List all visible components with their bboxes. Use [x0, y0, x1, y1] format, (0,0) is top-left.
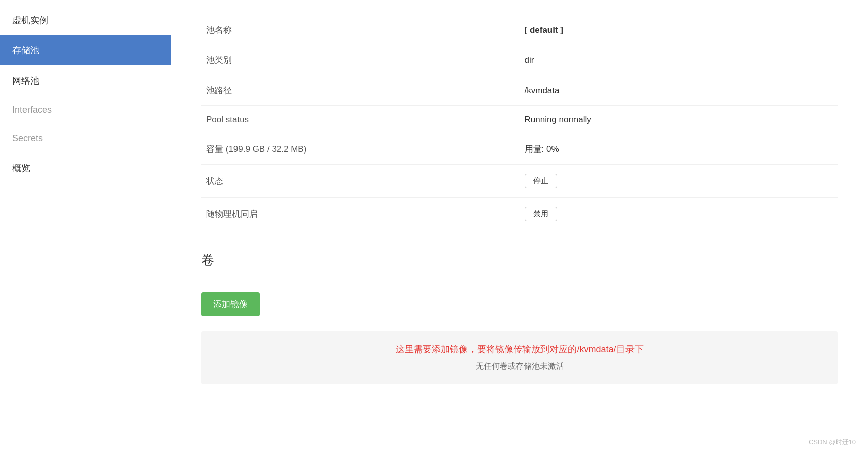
pool-type-value: dir [520, 45, 838, 75]
pool-path-row: 池路径 /kvmdata [201, 75, 838, 106]
pool-autostart-label: 随物理机同启 [201, 198, 520, 231]
volumes-section-title: 卷 [201, 251, 838, 269]
sidebar-item-vm[interactable]: 虚机实例 [0, 5, 171, 35]
pool-state-button[interactable]: 停止 [525, 174, 557, 188]
pool-status-value: Running normally [520, 106, 838, 134]
notice-red-text: 这里需要添加镜像，要将镜像传输放到对应的/kvmdata/目录下 [216, 343, 823, 355]
add-image-button[interactable]: 添加镜像 [201, 292, 260, 316]
sidebar-item-network[interactable]: 网络池 [0, 65, 171, 96]
pool-name-label: 池名称 [201, 15, 520, 45]
pool-state-cell: 停止 [520, 165, 838, 198]
pool-capacity-row: 容量 (199.9 GB / 32.2 MB) 用量: 0% [201, 134, 838, 165]
volumes-divider [201, 277, 838, 277]
pool-path-value: /kvmdata [520, 75, 838, 106]
pool-status-label: Pool status [201, 106, 520, 134]
pool-autostart-row: 随物理机同启 禁用 [201, 198, 838, 231]
pool-capacity-value: 用量: 0% [520, 134, 838, 165]
pool-autostart-button[interactable]: 禁用 [525, 207, 557, 221]
pool-autostart-cell: 禁用 [520, 198, 838, 231]
sidebar: 虚机实例 存储池 网络池 Interfaces Secrets 概览 [0, 0, 171, 455]
sidebar-item-storage[interactable]: 存储池 [0, 35, 171, 65]
pool-status-row: Pool status Running normally [201, 106, 838, 134]
pool-type-label: 池类别 [201, 45, 520, 75]
sidebar-item-secrets[interactable]: Secrets [0, 124, 171, 153]
sidebar-item-overview[interactable]: 概览 [0, 153, 171, 183]
pool-type-row: 池类别 dir [201, 45, 838, 75]
pool-state-label: 状态 [201, 165, 520, 198]
pool-name-value: [ default ] [520, 15, 838, 45]
pool-capacity-label: 容量 (199.9 GB / 32.2 MB) [201, 134, 520, 165]
pool-name-row: 池名称 [ default ] [201, 15, 838, 45]
pool-state-row: 状态 停止 [201, 165, 838, 198]
notice-gray-text: 无任何卷或存储池未激活 [216, 361, 823, 372]
pool-name-value-text: [ default ] [525, 25, 564, 35]
main-content: 池名称 [ default ] 池类别 dir 池路径 /kvmdata Poo… [171, 0, 868, 455]
watermark: CSDN @时迁10 [809, 438, 856, 447]
pool-path-label: 池路径 [201, 75, 520, 106]
sidebar-item-interfaces[interactable]: Interfaces [0, 96, 171, 124]
notice-box: 这里需要添加镜像，要将镜像传输放到对应的/kvmdata/目录下 无任何卷或存储… [201, 331, 838, 384]
pool-info-table: 池名称 [ default ] 池类别 dir 池路径 /kvmdata Poo… [201, 15, 838, 231]
